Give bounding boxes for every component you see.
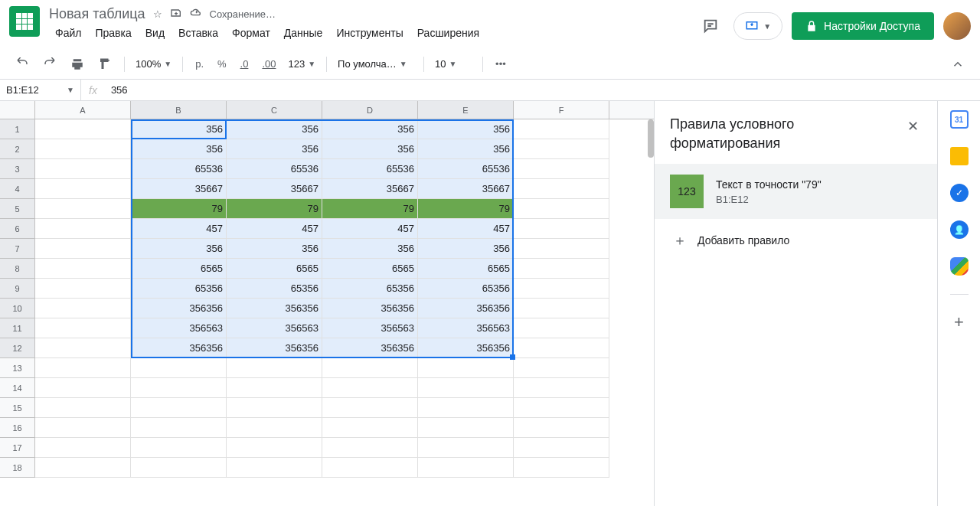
cell[interactable]: [322, 458, 418, 478]
cell[interactable]: 356: [227, 139, 322, 159]
tasks-icon[interactable]: [950, 184, 969, 202]
cell[interactable]: [418, 418, 514, 438]
row-header[interactable]: 7: [0, 239, 35, 259]
formula-input[interactable]: 356: [105, 84, 980, 96]
cell[interactable]: [514, 179, 609, 199]
cell[interactable]: [35, 159, 131, 179]
cell[interactable]: 65356: [131, 279, 227, 299]
cell[interactable]: [227, 458, 322, 478]
maps-icon[interactable]: [950, 257, 969, 276]
cell[interactable]: [514, 458, 609, 478]
cell[interactable]: 356356: [418, 338, 514, 358]
contacts-icon[interactable]: [950, 220, 969, 239]
row-header[interactable]: 14: [0, 378, 35, 398]
cell[interactable]: 356: [418, 239, 514, 259]
cell[interactable]: [35, 458, 131, 478]
cell[interactable]: 356356: [322, 338, 418, 358]
cell[interactable]: [514, 418, 609, 438]
cell[interactable]: [35, 279, 131, 299]
cell[interactable]: [322, 438, 418, 458]
cell[interactable]: 457: [322, 219, 418, 239]
cell[interactable]: [35, 239, 131, 259]
move-icon[interactable]: [170, 7, 182, 21]
row-header[interactable]: 16: [0, 418, 35, 438]
cell[interactable]: [35, 259, 131, 279]
cell[interactable]: 356356: [131, 299, 227, 318]
cell[interactable]: 457: [227, 219, 322, 239]
cell[interactable]: [418, 458, 514, 478]
add-addon-icon[interactable]: +: [950, 313, 969, 331]
cell[interactable]: [35, 119, 131, 139]
cell[interactable]: 79: [322, 199, 418, 219]
cell[interactable]: 65536: [227, 159, 322, 179]
row-header[interactable]: 11: [0, 318, 35, 338]
row-header[interactable]: 2: [0, 139, 35, 159]
document-title[interactable]: Новая таблица: [49, 6, 145, 22]
cell[interactable]: 457: [418, 219, 514, 239]
cell[interactable]: [514, 438, 609, 458]
font-dropdown[interactable]: По умолча…▼: [333, 55, 417, 73]
cell[interactable]: 65536: [418, 159, 514, 179]
star-icon[interactable]: ☆: [153, 8, 162, 20]
menu-tools[interactable]: Инструменты: [330, 24, 409, 42]
cell[interactable]: [322, 418, 418, 438]
cell[interactable]: 356: [227, 119, 322, 139]
cell[interactable]: [35, 418, 131, 438]
cell[interactable]: [322, 378, 418, 398]
cell[interactable]: [514, 119, 609, 139]
cell[interactable]: 356: [131, 119, 227, 139]
cell[interactable]: 457: [131, 219, 227, 239]
cell[interactable]: [35, 338, 131, 358]
cell[interactable]: 356356: [227, 338, 322, 358]
menu-edit[interactable]: Правка: [89, 24, 137, 42]
add-rule-button[interactable]: ＋ Добавить правило: [655, 219, 937, 262]
row-header[interactable]: 18: [0, 458, 35, 478]
row-header[interactable]: 1: [0, 119, 35, 139]
cell[interactable]: [35, 358, 131, 378]
cell[interactable]: 6565: [131, 259, 227, 279]
cell[interactable]: [35, 318, 131, 338]
row-header[interactable]: 9: [0, 279, 35, 299]
cell[interactable]: 6565: [418, 259, 514, 279]
cell[interactable]: 35667: [418, 179, 514, 199]
cell[interactable]: 356563: [418, 318, 514, 338]
cell[interactable]: [514, 318, 609, 338]
cell[interactable]: [131, 418, 227, 438]
cell[interactable]: [35, 398, 131, 418]
cell[interactable]: 356563: [227, 318, 322, 338]
select-all-corner[interactable]: [0, 101, 35, 119]
cell[interactable]: [322, 358, 418, 378]
zoom-dropdown[interactable]: 100%▼: [131, 55, 176, 73]
cell[interactable]: [35, 199, 131, 219]
percent-button[interactable]: %: [211, 54, 233, 74]
row-header[interactable]: 10: [0, 299, 35, 318]
cloud-save-icon[interactable]: [190, 7, 202, 21]
cell[interactable]: [131, 378, 227, 398]
cell[interactable]: 79: [131, 199, 227, 219]
menu-view[interactable]: Вид: [139, 24, 171, 42]
spreadsheet-grid[interactable]: A B C D E F 1356356356356235635635635636…: [0, 101, 654, 506]
vertical-scrollbar[interactable]: [648, 119, 654, 158]
cell[interactable]: 356563: [322, 318, 418, 338]
cell[interactable]: [514, 378, 609, 398]
cell[interactable]: [514, 159, 609, 179]
cell[interactable]: 356: [227, 239, 322, 259]
cell[interactable]: 65356: [227, 279, 322, 299]
cell[interactable]: [227, 358, 322, 378]
paint-format-button[interactable]: [92, 53, 118, 76]
cell[interactable]: 35667: [227, 179, 322, 199]
cell[interactable]: [35, 438, 131, 458]
cell[interactable]: 65536: [322, 159, 418, 179]
undo-button[interactable]: [9, 53, 35, 76]
cell[interactable]: 356356: [322, 299, 418, 318]
redo-button[interactable]: [37, 53, 63, 76]
cell[interactable]: 356: [322, 119, 418, 139]
cell[interactable]: 79: [418, 199, 514, 219]
cell[interactable]: 356356: [418, 299, 514, 318]
row-header[interactable]: 17: [0, 438, 35, 458]
cell[interactable]: 65356: [322, 279, 418, 299]
cell[interactable]: 356356: [131, 338, 227, 358]
cell[interactable]: [514, 338, 609, 358]
currency-button[interactable]: р.: [189, 54, 210, 74]
cell[interactable]: [227, 438, 322, 458]
